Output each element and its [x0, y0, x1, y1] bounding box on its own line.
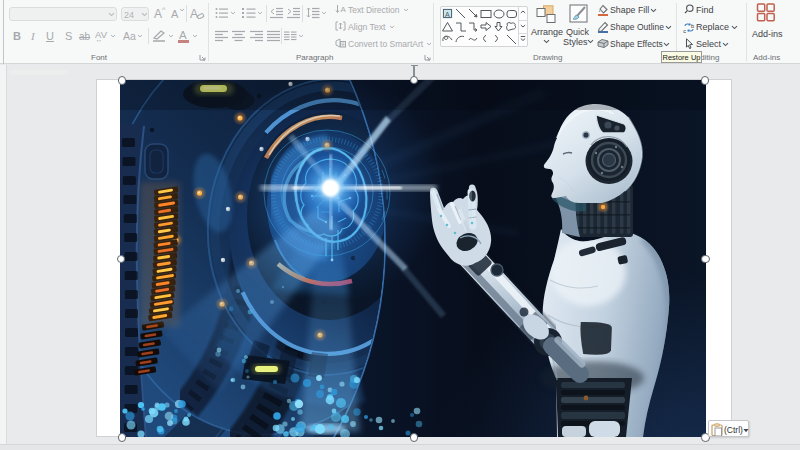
svg-text:A: A — [341, 5, 347, 14]
svg-text:A: A — [445, 11, 450, 18]
svg-text:c: c — [683, 27, 686, 33]
svg-text:b: b — [691, 22, 694, 28]
